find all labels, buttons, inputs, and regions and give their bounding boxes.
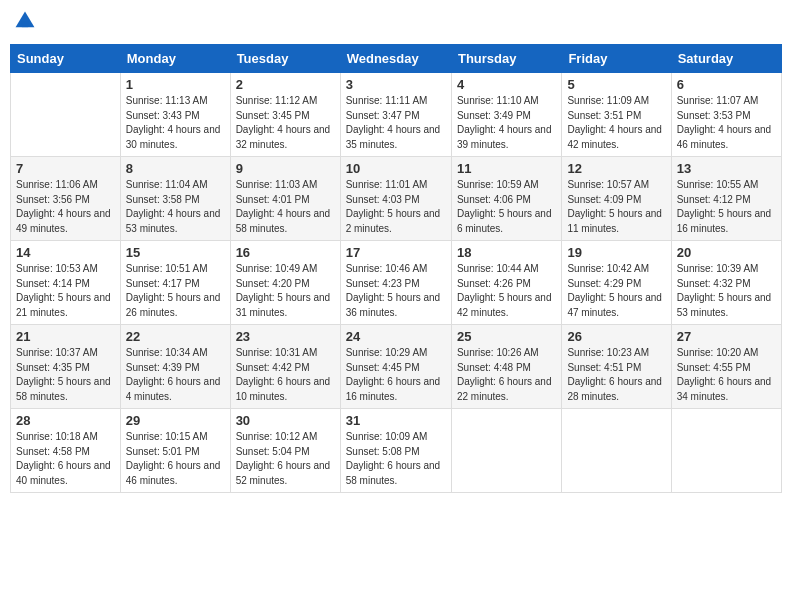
day-number: 6 [677,77,776,92]
calendar-day-cell: 21Sunrise: 10:37 AMSunset: 4:35 PMDaylig… [11,325,121,409]
calendar-day-cell [671,409,781,493]
svg-rect-1 [22,21,28,27]
day-info: Sunrise: 10:26 AMSunset: 4:48 PMDaylight… [457,346,556,404]
calendar-day-cell: 14Sunrise: 10:53 AMSunset: 4:14 PMDaylig… [11,241,121,325]
calendar-day-cell [451,409,561,493]
calendar-day-cell: 15Sunrise: 10:51 AMSunset: 4:17 PMDaylig… [120,241,230,325]
calendar-day-cell: 29Sunrise: 10:15 AMSunset: 5:01 PMDaylig… [120,409,230,493]
day-info: Sunrise: 11:11 AMSunset: 3:47 PMDaylight… [346,94,446,152]
day-number: 24 [346,329,446,344]
day-number: 13 [677,161,776,176]
calendar-day-cell: 18Sunrise: 10:44 AMSunset: 4:26 PMDaylig… [451,241,561,325]
day-info: Sunrise: 10:59 AMSunset: 4:06 PMDaylight… [457,178,556,236]
calendar-day-cell: 11Sunrise: 10:59 AMSunset: 4:06 PMDaylig… [451,157,561,241]
calendar-table: SundayMondayTuesdayWednesdayThursdayFrid… [10,44,782,493]
day-number: 23 [236,329,335,344]
day-number: 5 [567,77,665,92]
day-number: 28 [16,413,115,428]
calendar-day-cell: 9Sunrise: 11:03 AMSunset: 4:01 PMDayligh… [230,157,340,241]
day-info: Sunrise: 10:51 AMSunset: 4:17 PMDaylight… [126,262,225,320]
day-number: 4 [457,77,556,92]
calendar-day-cell: 26Sunrise: 10:23 AMSunset: 4:51 PMDaylig… [562,325,671,409]
day-info: Sunrise: 11:06 AMSunset: 3:56 PMDaylight… [16,178,115,236]
day-number: 29 [126,413,225,428]
calendar-week-row: 7Sunrise: 11:06 AMSunset: 3:56 PMDayligh… [11,157,782,241]
day-info: Sunrise: 10:57 AMSunset: 4:09 PMDaylight… [567,178,665,236]
day-info: Sunrise: 10:37 AMSunset: 4:35 PMDaylight… [16,346,115,404]
day-info: Sunrise: 11:10 AMSunset: 3:49 PMDaylight… [457,94,556,152]
day-info: Sunrise: 10:20 AMSunset: 4:55 PMDaylight… [677,346,776,404]
calendar-day-cell: 8Sunrise: 11:04 AMSunset: 3:58 PMDayligh… [120,157,230,241]
day-number: 1 [126,77,225,92]
day-info: Sunrise: 10:31 AMSunset: 4:42 PMDaylight… [236,346,335,404]
day-number: 3 [346,77,446,92]
calendar-day-cell: 5Sunrise: 11:09 AMSunset: 3:51 PMDayligh… [562,73,671,157]
logo-icon [14,10,36,32]
page-header [10,10,782,36]
day-number: 26 [567,329,665,344]
calendar-day-cell: 27Sunrise: 10:20 AMSunset: 4:55 PMDaylig… [671,325,781,409]
day-info: Sunrise: 10:46 AMSunset: 4:23 PMDaylight… [346,262,446,320]
day-number: 7 [16,161,115,176]
day-number: 10 [346,161,446,176]
calendar-day-cell: 3Sunrise: 11:11 AMSunset: 3:47 PMDayligh… [340,73,451,157]
day-number: 8 [126,161,225,176]
day-info: Sunrise: 10:23 AMSunset: 4:51 PMDaylight… [567,346,665,404]
day-number: 9 [236,161,335,176]
calendar-day-cell: 1Sunrise: 11:13 AMSunset: 3:43 PMDayligh… [120,73,230,157]
calendar-day-cell: 20Sunrise: 10:39 AMSunset: 4:32 PMDaylig… [671,241,781,325]
day-info: Sunrise: 10:09 AMSunset: 5:08 PMDaylight… [346,430,446,488]
calendar-day-cell [11,73,121,157]
day-info: Sunrise: 11:09 AMSunset: 3:51 PMDaylight… [567,94,665,152]
calendar-day-cell: 6Sunrise: 11:07 AMSunset: 3:53 PMDayligh… [671,73,781,157]
day-number: 31 [346,413,446,428]
day-number: 20 [677,245,776,260]
day-info: Sunrise: 11:01 AMSunset: 4:03 PMDaylight… [346,178,446,236]
calendar-day-cell: 13Sunrise: 10:55 AMSunset: 4:12 PMDaylig… [671,157,781,241]
calendar-day-cell: 28Sunrise: 10:18 AMSunset: 4:58 PMDaylig… [11,409,121,493]
day-info: Sunrise: 11:13 AMSunset: 3:43 PMDaylight… [126,94,225,152]
day-info: Sunrise: 10:15 AMSunset: 5:01 PMDaylight… [126,430,225,488]
day-number: 12 [567,161,665,176]
calendar-day-cell: 30Sunrise: 10:12 AMSunset: 5:04 PMDaylig… [230,409,340,493]
day-number: 19 [567,245,665,260]
day-info: Sunrise: 10:12 AMSunset: 5:04 PMDaylight… [236,430,335,488]
day-info: Sunrise: 11:03 AMSunset: 4:01 PMDaylight… [236,178,335,236]
day-number: 14 [16,245,115,260]
day-number: 27 [677,329,776,344]
day-info: Sunrise: 11:07 AMSunset: 3:53 PMDaylight… [677,94,776,152]
day-info: Sunrise: 10:39 AMSunset: 4:32 PMDaylight… [677,262,776,320]
weekday-header: Tuesday [230,45,340,73]
weekday-header: Sunday [11,45,121,73]
day-number: 18 [457,245,556,260]
calendar-day-cell: 7Sunrise: 11:06 AMSunset: 3:56 PMDayligh… [11,157,121,241]
calendar-day-cell: 22Sunrise: 10:34 AMSunset: 4:39 PMDaylig… [120,325,230,409]
day-number: 17 [346,245,446,260]
calendar-day-cell: 4Sunrise: 11:10 AMSunset: 3:49 PMDayligh… [451,73,561,157]
day-info: Sunrise: 11:04 AMSunset: 3:58 PMDaylight… [126,178,225,236]
weekday-header: Saturday [671,45,781,73]
day-info: Sunrise: 10:29 AMSunset: 4:45 PMDaylight… [346,346,446,404]
weekday-header: Friday [562,45,671,73]
day-info: Sunrise: 10:34 AMSunset: 4:39 PMDaylight… [126,346,225,404]
calendar-day-cell: 25Sunrise: 10:26 AMSunset: 4:48 PMDaylig… [451,325,561,409]
day-number: 21 [16,329,115,344]
day-number: 16 [236,245,335,260]
calendar-day-cell: 12Sunrise: 10:57 AMSunset: 4:09 PMDaylig… [562,157,671,241]
day-number: 11 [457,161,556,176]
day-info: Sunrise: 10:18 AMSunset: 4:58 PMDaylight… [16,430,115,488]
calendar-day-cell: 19Sunrise: 10:42 AMSunset: 4:29 PMDaylig… [562,241,671,325]
calendar-day-cell: 2Sunrise: 11:12 AMSunset: 3:45 PMDayligh… [230,73,340,157]
weekday-header: Wednesday [340,45,451,73]
weekday-header: Monday [120,45,230,73]
day-number: 2 [236,77,335,92]
logo [14,10,38,36]
calendar-day-cell: 24Sunrise: 10:29 AMSunset: 4:45 PMDaylig… [340,325,451,409]
calendar-week-row: 21Sunrise: 10:37 AMSunset: 4:35 PMDaylig… [11,325,782,409]
day-info: Sunrise: 10:49 AMSunset: 4:20 PMDaylight… [236,262,335,320]
calendar-day-cell [562,409,671,493]
calendar-week-row: 14Sunrise: 10:53 AMSunset: 4:14 PMDaylig… [11,241,782,325]
calendar-day-cell: 31Sunrise: 10:09 AMSunset: 5:08 PMDaylig… [340,409,451,493]
calendar-week-row: 1Sunrise: 11:13 AMSunset: 3:43 PMDayligh… [11,73,782,157]
calendar-header-row: SundayMondayTuesdayWednesdayThursdayFrid… [11,45,782,73]
